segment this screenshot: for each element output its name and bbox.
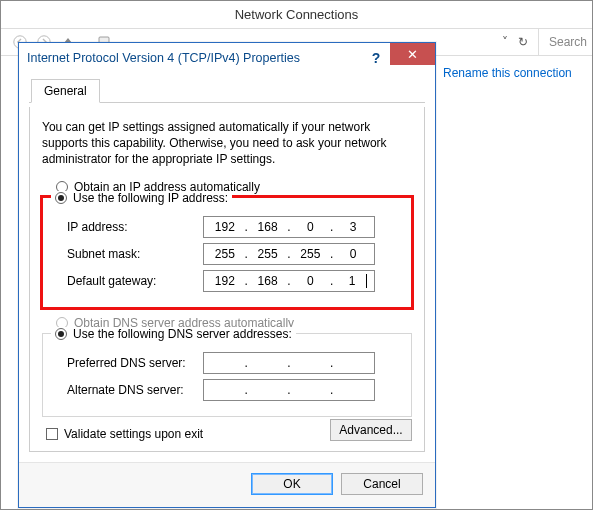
search-placeholder: Search [549, 35, 587, 49]
tab-sheet: You can get IP settings assigned automat… [29, 107, 425, 452]
radio-icon[interactable] [55, 328, 67, 340]
address-dropdown-icon[interactable]: ˅ [502, 35, 508, 49]
help-button[interactable]: ? [362, 47, 390, 69]
description-text: You can get IP settings assigned automat… [42, 119, 412, 168]
cancel-button[interactable]: Cancel [341, 473, 423, 495]
dialog-button-row: OK Cancel [19, 462, 435, 507]
refresh-icon[interactable]: ↻ [512, 35, 534, 49]
gateway-label: Default gateway: [53, 274, 203, 288]
dns-preferred-label: Preferred DNS server: [53, 356, 203, 370]
subnet-mask-input[interactable]: 255. 255. 255. 0 [203, 243, 375, 265]
ip-address-input[interactable]: 192. 168. 0. 3 [203, 216, 375, 238]
dns-alternate-input[interactable]: . . . [203, 379, 375, 401]
close-button[interactable]: ✕ [390, 43, 435, 65]
ip-address-label: IP address: [53, 220, 203, 234]
default-gateway-input[interactable]: 192. 168. 0. 1 [203, 270, 375, 292]
dns-preferred-input[interactable]: . . . [203, 352, 375, 374]
ipv4-properties-dialog: Internet Protocol Version 4 (TCP/IPv4) P… [18, 42, 436, 508]
tab-general[interactable]: General [31, 79, 100, 103]
dialog-titlebar: Internet Protocol Version 4 (TCP/IPv4) P… [19, 43, 435, 73]
tab-strip: General [29, 79, 425, 103]
radio-icon[interactable] [55, 192, 67, 204]
search-box[interactable]: Search [538, 29, 588, 55]
validate-label: Validate settings upon exit [64, 427, 203, 441]
dialog-title: Internet Protocol Version 4 (TCP/IPv4) P… [27, 51, 362, 65]
ip-manual-group: Use the following IP address: IP address… [42, 197, 412, 308]
bg-window-title: Network Connections [1, 1, 592, 28]
checkbox-icon [46, 428, 58, 440]
dns-alternate-label: Alternate DNS server: [53, 383, 203, 397]
ok-button[interactable]: OK [251, 473, 333, 495]
advanced-button[interactable]: Advanced... [330, 419, 412, 441]
rename-connection-link[interactable]: Rename this connection [443, 66, 572, 80]
dns-manual-group: Use the following DNS server addresses: … [42, 333, 412, 417]
radio-dns-manual-label[interactable]: Use the following DNS server addresses: [73, 327, 292, 341]
subnet-label: Subnet mask: [53, 247, 203, 261]
radio-ip-manual-label[interactable]: Use the following IP address: [73, 191, 228, 205]
